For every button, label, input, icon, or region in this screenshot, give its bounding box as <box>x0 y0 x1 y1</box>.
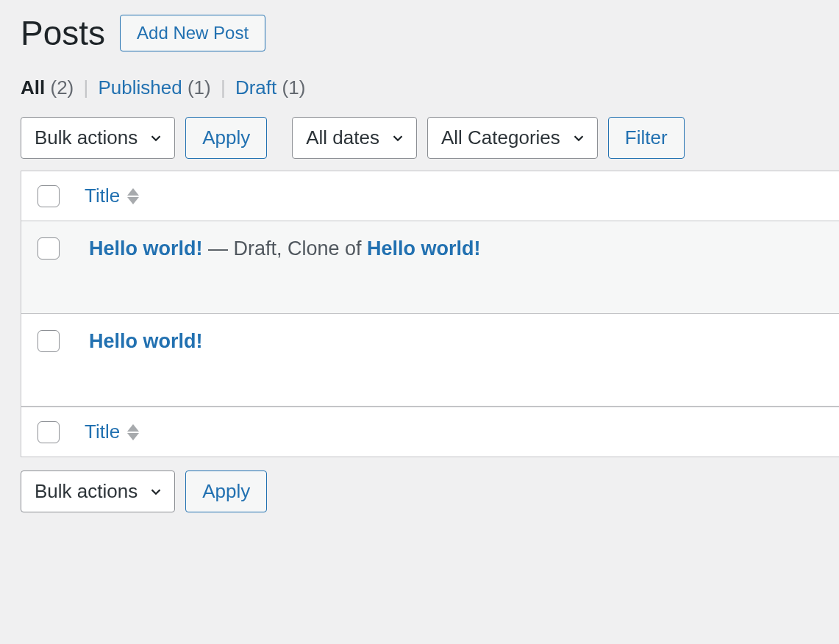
filter-all[interactable]: All (2) <box>21 76 79 99</box>
svg-marker-0 <box>127 188 139 196</box>
caret-up-icon <box>127 424 139 432</box>
select-all-checkbox-footer[interactable] <box>38 421 60 443</box>
filter-button[interactable]: Filter <box>608 117 685 159</box>
dates-label: All dates <box>306 126 379 149</box>
page-title: Posts <box>21 13 105 53</box>
table-header-row: Title <box>21 171 839 221</box>
bulk-actions-label: Bulk actions <box>35 126 138 149</box>
title-column-header[interactable]: Title <box>85 185 120 207</box>
sort-icon[interactable] <box>127 188 139 204</box>
add-new-post-button[interactable]: Add New Post <box>120 15 265 51</box>
bulk-actions-select-bottom[interactable]: Bulk actions <box>21 471 175 512</box>
svg-marker-3 <box>127 433 139 440</box>
caret-down-icon <box>127 433 139 440</box>
chevron-down-icon <box>390 130 406 146</box>
clone-of-link[interactable]: Hello world! <box>367 237 481 260</box>
filter-published-count: (1) <box>188 76 211 99</box>
filter-draft-count: (1) <box>282 76 306 99</box>
status-filter-bar: All (2) | Published (1) | Draft (1) <box>21 76 839 99</box>
filter-all-count: (2) <box>50 76 74 99</box>
dates-select[interactable]: All dates <box>292 117 417 159</box>
caret-down-icon <box>127 197 139 204</box>
filter-all-label: All <box>21 76 45 99</box>
row-checkbox[interactable] <box>38 330 60 352</box>
chevron-down-icon <box>148 484 164 500</box>
table-row: Hello world! <box>21 314 839 407</box>
bulk-actions-label-bottom: Bulk actions <box>35 480 138 503</box>
svg-marker-1 <box>127 197 139 204</box>
post-title-link[interactable]: Hello world! <box>89 330 203 352</box>
posts-table: Title Hello world! — Draft, Clone of Hel… <box>21 171 839 457</box>
separator: | <box>221 76 226 99</box>
select-all-checkbox[interactable] <box>38 185 60 207</box>
table-row: Hello world! — Draft, Clone of Hello wor… <box>21 221 839 314</box>
post-status-suffix: — Draft, Clone of <box>203 237 368 260</box>
filter-draft[interactable]: Draft (1) <box>235 76 305 99</box>
sort-icon[interactable] <box>127 424 139 440</box>
separator: | <box>83 76 88 99</box>
bulk-actions-select[interactable]: Bulk actions <box>21 117 175 159</box>
table-footer-row: Title <box>21 407 839 457</box>
caret-up-icon <box>127 188 139 196</box>
svg-marker-2 <box>127 424 139 432</box>
post-title-link[interactable]: Hello world! <box>89 237 203 260</box>
title-column-footer[interactable]: Title <box>85 421 120 443</box>
chevron-down-icon <box>571 130 587 146</box>
filter-published[interactable]: Published (1) <box>98 76 215 99</box>
row-checkbox[interactable] <box>38 237 60 260</box>
filter-draft-label: Draft <box>235 76 276 99</box>
categories-label: All Categories <box>441 126 560 149</box>
chevron-down-icon <box>148 130 164 146</box>
categories-select[interactable]: All Categories <box>427 117 598 159</box>
filter-published-label: Published <box>98 76 182 99</box>
apply-bulk-button[interactable]: Apply <box>185 117 267 159</box>
apply-bulk-button-bottom[interactable]: Apply <box>185 471 267 512</box>
